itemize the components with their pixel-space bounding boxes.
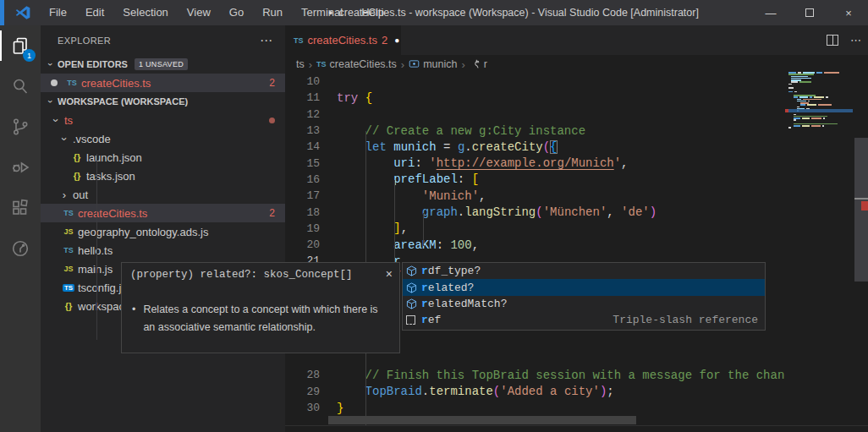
hover-doc-text: Relates a concept to a concept with whic… (143, 301, 389, 336)
line-number: 30 (285, 402, 320, 414)
unsaved-badge: 1 UNSAVED (135, 58, 188, 70)
maximize-button[interactable] (790, 0, 829, 25)
tab-label: createCities.ts (308, 34, 377, 46)
breadcrumb-item-createCities.ts[interactable]: TScreateCities.ts (316, 58, 397, 70)
code-line[interactable]: 12 (285, 107, 785, 123)
breadcrumb-label: createCities.ts (330, 58, 397, 70)
tree-item-geography-ontology-ads-js[interactable]: JSgeography_ontology.ads.js (41, 222, 285, 241)
code-line[interactable]: 29 TopBraid.terminate('Added a city'); (285, 384, 785, 400)
tab-bar: TS createCities.ts 2 ● ⋯ (285, 25, 868, 55)
breadcrumb-label: ts (296, 58, 305, 70)
code-line[interactable]: 30} (285, 400, 785, 416)
open-editors-header[interactable]: › OPEN EDITORS 1 UNSAVED (41, 55, 285, 74)
tree-item-hello-ts[interactable]: TShello.ts (41, 241, 285, 260)
breadcrumb-item-r[interactable]: r (470, 58, 487, 70)
line-number: 13 (285, 124, 320, 137)
suggest-widget: rdf_type?related?relatedMatch?refTriple-… (402, 262, 766, 331)
split-editor-icon[interactable] (827, 35, 838, 46)
tree-item-launch-json[interactable]: {}launch.json (41, 148, 285, 167)
tab-problem-count: 2 (382, 34, 387, 46)
code-line[interactable]: 19 ], (285, 221, 785, 237)
line-content: TopBraid.terminate('Added a city'); (337, 385, 614, 398)
line-content: 'Munich', (337, 189, 486, 203)
suggestion-rdftype[interactable]: rdf_type? (403, 263, 765, 279)
line-content: // Finish this TopBraid session with a m… (337, 369, 785, 382)
tree-item-ts[interactable]: ›ts (41, 111, 285, 129)
line-number: 28 (285, 369, 320, 381)
breadcrumb-item-ts[interactable]: ts (296, 58, 305, 70)
tree-item-label: main.js (78, 263, 113, 276)
code-line[interactable]: 15 uri: 'http://example.org/Munich', (285, 155, 785, 171)
close-button[interactable]: × (829, 0, 868, 25)
close-icon[interactable]: × (386, 267, 393, 281)
chevron-down-icon: › (58, 132, 71, 145)
code-line[interactable]: 20 areaKM: 100, (285, 237, 785, 253)
tree-item-createcities-ts[interactable]: TScreateCities.ts2 (41, 204, 285, 222)
line-content: ], (337, 221, 408, 235)
hover-signature: (property) related?: skos_Concept[] (122, 263, 399, 281)
folder-modified-dot (269, 118, 275, 123)
menu-go[interactable]: Go (220, 0, 253, 25)
line-number: 19 (285, 222, 320, 235)
breadcrumb-separator-icon: › (308, 58, 313, 71)
minimize-button[interactable]: — (751, 0, 790, 25)
code-line[interactable]: 14 let munich = g.createCity({ (285, 139, 785, 155)
chevron-right-icon: › (58, 189, 71, 201)
activity-explorer[interactable]: 1 (0, 25, 41, 66)
editor-bottom-border (285, 425, 868, 426)
open-editor-label: createCities.ts (81, 77, 151, 90)
symbol-property-icon (470, 58, 481, 70)
sidebar-more-actions-icon[interactable]: ⋯ (260, 33, 273, 48)
code-line[interactable]: 18 graph.langString('München', 'de') (285, 204, 785, 220)
tree-item--vscode[interactable]: ›.vscode (41, 129, 285, 148)
tree-item-out[interactable]: ›out (41, 185, 285, 204)
activity-search[interactable] (0, 66, 41, 107)
tree-item-label: tasks.json (86, 170, 135, 183)
horizontal-scrollbar[interactable] (328, 416, 636, 424)
activity-source-control[interactable] (0, 107, 41, 147)
suggestion-relatedMatch[interactable]: relatedMatch? (403, 296, 765, 312)
tsconfig-file-icon: TS (61, 283, 76, 292)
activity-badge: 1 (23, 49, 36, 62)
extensions-icon (10, 198, 30, 218)
line-number: 20 (285, 238, 320, 251)
editor-more-actions-icon[interactable]: ⋯ (850, 34, 861, 46)
problem-count-badge: 2 (269, 207, 275, 219)
suggestion-label: ref (421, 314, 441, 326)
activity-run-debug[interactable] (0, 147, 41, 188)
suggestion-related[interactable]: related? (403, 279, 765, 295)
code-line[interactable]: 16 prefLabel: [ (285, 172, 785, 188)
code-line[interactable]: 11try { (285, 90, 785, 106)
workspace-section-header[interactable]: › WORKSPACE (WORKSPACE) (41, 92, 285, 111)
suggestion-ref[interactable]: refTriple-slash reference (403, 312, 765, 328)
accent-strip (0, 0, 4, 25)
tree-item-label: .vscode (73, 133, 111, 145)
open-editor-item[interactable]: TScreateCities.ts2 (41, 74, 285, 92)
menu-run[interactable]: Run (253, 0, 292, 25)
breadcrumb-separator-icon: › (460, 58, 465, 71)
tab-createcities[interactable]: TS createCities.ts 2 ● (285, 25, 401, 55)
menu-view[interactable]: View (178, 0, 220, 25)
line-content: prefLabel: [ (337, 172, 479, 186)
ts-file-icon: TS (64, 79, 80, 87)
source-control-icon (10, 117, 30, 137)
menu-edit[interactable]: Edit (76, 0, 113, 25)
code-line[interactable]: 10 (285, 74, 785, 90)
activity-extensions[interactable] (0, 188, 41, 228)
code-line[interactable]: 17 'Munich', (285, 188, 785, 204)
code-area[interactable]: 1011try {1213 // Create a new g:City ins… (285, 74, 785, 425)
line-number: 29 (285, 386, 320, 398)
json-file-icon: {} (69, 152, 85, 162)
menu-selection[interactable]: Selection (113, 0, 177, 25)
code-line[interactable]: 28 // Finish this TopBraid session with … (285, 367, 785, 383)
menu-file[interactable]: File (40, 0, 76, 25)
line-number: 14 (285, 140, 320, 153)
minimap[interactable] (785, 72, 853, 165)
tab-modified-dot[interactable]: ● (394, 36, 399, 45)
tree-item-tasks-json[interactable]: {}tasks.json (41, 167, 285, 185)
breadcrumb-item-munich[interactable]: munich (409, 58, 457, 70)
window-title: ● createCities.ts - workspace (Workspace… (328, 0, 699, 25)
minimap-current-line-highlight (785, 109, 853, 112)
code-line[interactable]: 13 // Create a new g:City instance (285, 123, 785, 139)
activity-circle-tool[interactable] (0, 228, 41, 269)
